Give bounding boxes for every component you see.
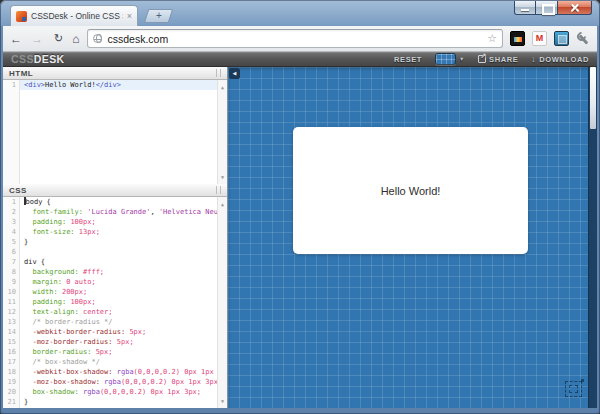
browser-toolbar: ← → ↻ ⌂ cssdesk.com ☆ M: [3, 26, 597, 52]
code-token: body {: [26, 198, 51, 206]
line-number: 2: [3, 207, 16, 217]
bookmark-star-icon[interactable]: ☆: [487, 33, 497, 44]
address-bar[interactable]: cssdesk.com ☆: [87, 29, 503, 48]
code-token: 100px;: [70, 298, 95, 306]
code-line[interactable]: background: #fff;: [20, 267, 227, 277]
html-editor-scrollbar[interactable]: ▲ ▼: [217, 80, 227, 184]
url-text[interactable]: cssdesk.com: [107, 33, 482, 45]
code-token: }: [24, 238, 28, 246]
cssdesk-header: CSSDESK RESET ▼ SHARE ↓ DOWNLOAD: [3, 52, 597, 67]
code-line[interactable]: text-align: center;: [20, 307, 227, 317]
css-editor-scrollbar[interactable]: ▲ ▼: [217, 197, 227, 408]
css-line-numbers: 123456789101112131415161718192021: [3, 197, 20, 408]
download-button[interactable]: ↓ DOWNLOAD: [531, 55, 589, 64]
code-line[interactable]: /* border-radius */: [20, 317, 227, 327]
home-button[interactable]: ⌂: [72, 33, 79, 45]
code-line[interactable]: padding: 100px;: [20, 297, 227, 307]
code-token: margin:: [24, 278, 62, 286]
html-code[interactable]: <div>Hello World!</div>: [20, 80, 227, 184]
new-tab-button[interactable]: +: [144, 9, 174, 23]
cssdesk-app: CSSDESK RESET ▼ SHARE ↓ DOWNLOAD: [3, 52, 597, 408]
code-line[interactable]: -webkit-border-radius: 5px;: [20, 327, 227, 337]
scroll-up-icon[interactable]: ▲: [221, 82, 224, 92]
code-line[interactable]: font-family: 'Lucida Grande', 'Helvetica…: [20, 207, 227, 217]
code-token: ,: [150, 208, 158, 216]
close-button[interactable]: [558, 1, 592, 15]
css-panel-title: CSS: [9, 186, 27, 195]
code-line[interactable]: div {: [20, 257, 227, 267]
code-token: div {: [24, 258, 45, 266]
minimize-button[interactable]: [514, 1, 536, 15]
grid-toggle-icon[interactable]: [565, 381, 582, 397]
code-line[interactable]: -moz-border-radius: 5px;: [20, 337, 227, 347]
gmail-extension-icon[interactable]: M: [532, 31, 547, 46]
logo-css-part: CSS: [11, 53, 34, 65]
cssdesk-logo: CSSDESK: [11, 54, 65, 65]
collapse-panel-button[interactable]: ◀: [229, 68, 240, 79]
tab-close-icon[interactable]: ×: [127, 12, 132, 21]
css-panel-header[interactable]: CSS: [3, 184, 227, 197]
code-token: rgba: [117, 368, 134, 376]
background-swatch[interactable]: [435, 53, 456, 65]
scroll-up-icon[interactable]: ▲: [221, 199, 224, 209]
line-number: 10: [3, 287, 16, 297]
background-picker[interactable]: ▼: [435, 53, 465, 65]
css-editor[interactable]: 123456789101112131415161718192021 body {…: [3, 197, 227, 408]
scroll-down-icon[interactable]: ▼: [221, 396, 224, 406]
share-icon: [478, 55, 486, 63]
code-token: /* border-radius */: [24, 318, 113, 326]
line-number: 9: [3, 277, 16, 287]
css-code[interactable]: body { font-family: 'Lucida Grande', 'He…: [20, 197, 227, 408]
code-token: font-family:: [24, 208, 83, 216]
panel-grip-icon: [216, 186, 221, 194]
code-line[interactable]: padding: 100px;: [20, 217, 227, 227]
line-number: 18: [3, 367, 16, 377]
line-number: 3: [3, 217, 16, 227]
reset-button[interactable]: RESET: [394, 55, 422, 64]
code-line[interactable]: <div>Hello World!</div>: [20, 80, 227, 90]
preview-scrollbar-thumb[interactable]: [590, 67, 596, 129]
share-button[interactable]: SHARE: [478, 55, 518, 64]
gmail-m-glyph: M: [536, 34, 544, 43]
code-line[interactable]: border-radius: 5px;: [20, 347, 227, 357]
code-line[interactable]: /* box-shadow */: [20, 357, 227, 367]
code-line[interactable]: box-shadow: rgba(0,0,0,0.2) 0px 1px 3px;: [20, 387, 227, 397]
code-token: -moz-box-shadow:: [24, 378, 100, 386]
code-line[interactable]: width: 200px;: [20, 287, 227, 297]
code-token: (0,0,0,0.2) 0px 1px 3px;: [134, 368, 227, 376]
window-controls: [514, 1, 592, 15]
swatch-dropdown-caret[interactable]: ▼: [459, 56, 465, 62]
globe-icon: [93, 34, 102, 43]
html-editor[interactable]: 1 <div>Hello World!</div> ▲ ▼: [3, 80, 227, 184]
download-label: DOWNLOAD: [539, 55, 589, 64]
code-token: -moz-border-radius:: [24, 338, 113, 346]
maximize-button[interactable]: [536, 1, 558, 15]
code-token: 200px;: [62, 288, 87, 296]
code-token: 5px;: [117, 338, 134, 346]
code-line[interactable]: -moz-box-shadow: rgba(0,0,0,0.2) 0px 1px…: [20, 377, 227, 387]
code-token: 13px;: [79, 228, 100, 236]
preview-scrollbar[interactable]: [588, 67, 597, 408]
code-line[interactable]: margin: 0 auto;: [20, 277, 227, 287]
back-button[interactable]: ←: [10, 33, 22, 45]
code-line[interactable]: -webkit-box-shadow: rgba(0,0,0,0.2) 0px …: [20, 367, 227, 377]
code-line[interactable]: body {: [20, 197, 227, 207]
html-panel-header[interactable]: HTML: [3, 67, 227, 80]
code-line[interactable]: }: [20, 397, 227, 407]
browser-tab[interactable]: CSSDesk - Online CSS San ×: [10, 5, 138, 26]
editor-column: HTML 1 <div>Hello World!</div> ▲ ▼: [3, 67, 228, 408]
dark-extension-icon[interactable]: [510, 31, 525, 46]
scroll-down-icon[interactable]: ▼: [221, 172, 224, 182]
wrench-menu-icon[interactable]: [576, 32, 590, 46]
code-token: }: [24, 398, 28, 406]
panel-grip-icon: [216, 69, 221, 77]
code-token: -webkit-border-radius:: [24, 328, 125, 336]
code-token: #fff;: [83, 268, 104, 276]
forward-button[interactable]: →: [31, 33, 43, 45]
code-line[interactable]: [20, 247, 227, 257]
blue-extension-icon[interactable]: [554, 31, 569, 46]
code-line[interactable]: }: [20, 237, 227, 247]
code-line[interactable]: font-size: 13px;: [20, 227, 227, 237]
reload-button[interactable]: ↻: [54, 33, 63, 44]
line-number: 1: [3, 80, 16, 90]
